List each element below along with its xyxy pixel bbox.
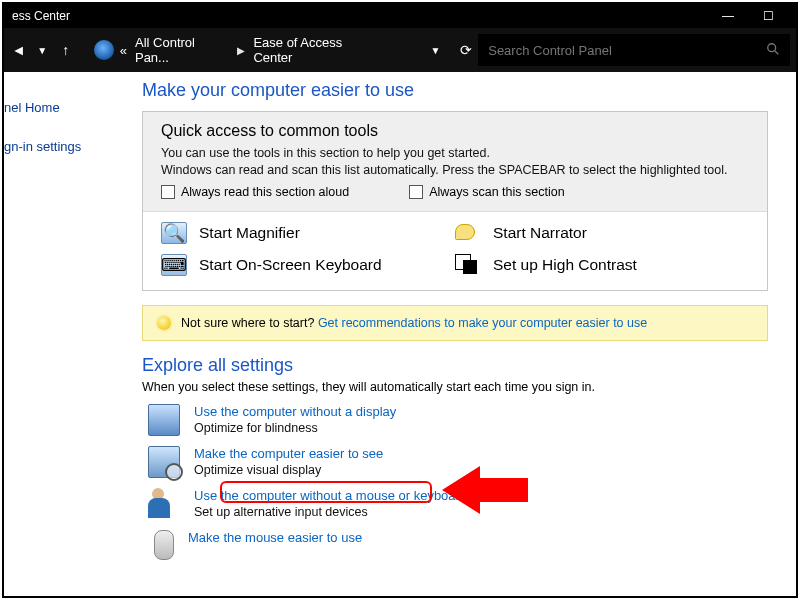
monitor-magnify-icon [148,446,180,478]
explore-description: When you select these settings, they wil… [142,380,768,394]
checkbox-scan-section[interactable]: Always scan this section [409,185,564,199]
sub-easier-to-see: Optimize visual display [194,463,383,477]
search-input[interactable] [488,43,766,58]
tool-start-narrator[interactable]: Start Narrator [455,222,749,244]
magnifier-icon: 🔍 [161,222,187,244]
sub-without-mouse-keyboard: Set up alternative input devices [194,505,467,519]
narrator-icon [455,222,481,244]
breadcrumb-item-1[interactable]: All Control Pan... [135,35,229,65]
svg-line-1 [775,50,779,54]
breadcrumb-root: « [120,43,127,58]
quick-access-panel: Quick access to common tools You can use… [142,111,768,291]
main-content: Make your computer easier to use Quick a… [124,72,796,596]
link-without-display[interactable]: Use the computer without a display [194,404,396,419]
monitor-icon [148,404,180,436]
window-titlebar: ess Center — ☐ [4,4,796,28]
quick-access-title: Quick access to common tools [161,122,749,140]
up-button[interactable]: ↑ [57,42,75,58]
chevron-down-icon[interactable]: ▼ [34,45,52,56]
link-easier-to-see[interactable]: Make the computer easier to see [194,446,383,461]
chevron-right-icon: ▶ [237,45,245,56]
refresh-button[interactable]: ⟳ [460,42,472,58]
checkbox-icon [161,185,175,199]
sub-without-display: Optimize for blindness [194,421,396,435]
tip-text: Not sure where to start? [181,316,318,330]
back-button[interactable]: ◄ [10,42,28,58]
quick-access-line2: Windows can read and scan this list auto… [161,163,749,177]
address-bar: ◄ ▼ ↑ « All Control Pan... ▶ Ease of Acc… [4,28,796,72]
tool-high-contrast[interactable]: Set up High Contrast [455,254,749,276]
option-easier-to-see: Make the computer easier to see Optimize… [148,446,768,478]
checkbox-read-aloud[interactable]: Always read this section aloud [161,185,349,199]
mouse-icon [154,530,174,560]
control-panel-icon [94,40,113,60]
minimize-button[interactable]: — [708,6,748,26]
link-without-mouse-keyboard[interactable]: Use the computer without a mouse or keyb… [194,488,467,503]
tip-bar: Not sure where to start? Get recommendat… [142,305,768,341]
page-heading: Make your computer easier to use [142,80,768,101]
maximize-button[interactable]: ☐ [748,6,788,26]
tip-link[interactable]: Get recommendations to make your compute… [318,316,647,330]
breadcrumb-item-2[interactable]: Ease of Access Center [253,35,380,65]
window-title: ess Center [12,9,708,23]
tool-start-magnifier[interactable]: 🔍 Start Magnifier [161,222,455,244]
person-icon [148,488,180,520]
quick-access-line1: You can use the tools in this section to… [161,146,749,160]
search-icon [766,42,780,59]
breadcrumb-dropdown-icon[interactable]: ▼ [427,45,445,56]
high-contrast-icon [455,254,481,276]
keyboard-icon: ⌨ [161,254,187,276]
link-mouse-easier[interactable]: Make the mouse easier to use [188,530,362,545]
sidebar-link-signin[interactable]: gn-in settings [4,135,124,158]
explore-heading: Explore all settings [142,355,768,376]
breadcrumb[interactable]: « All Control Pan... ▶ Ease of Access Ce… [120,35,381,65]
sidebar-link-home[interactable]: nel Home [4,96,124,119]
option-without-mouse-keyboard: Use the computer without a mouse or keyb… [148,488,768,520]
tool-onscreen-keyboard[interactable]: ⌨ Start On-Screen Keyboard [161,254,455,276]
search-box[interactable] [478,34,790,66]
sidebar: nel Home gn-in settings [4,72,124,596]
checkbox-icon [409,185,423,199]
option-without-display: Use the computer without a display Optim… [148,404,768,436]
lightbulb-icon [157,316,171,330]
svg-point-0 [768,43,776,51]
option-mouse-easier: Make the mouse easier to use [148,530,768,560]
